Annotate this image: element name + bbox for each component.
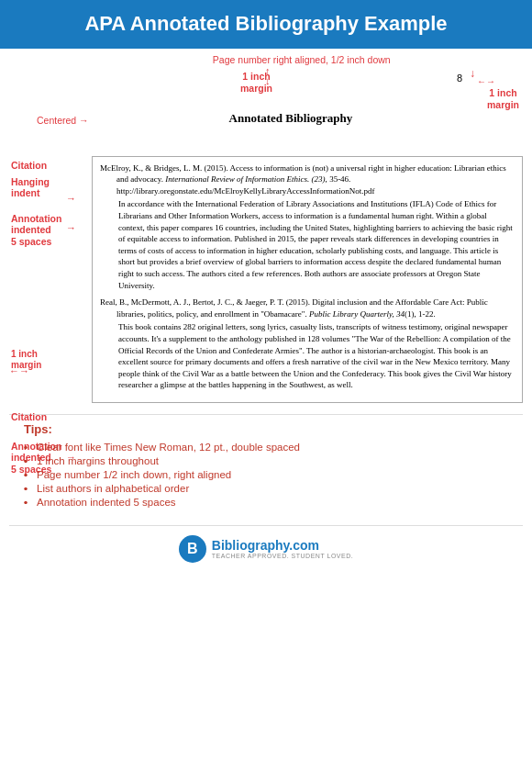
brand-tagline: TEACHER APPROVED. STUDENT LOVED. [212, 553, 353, 559]
page-number-label: Page number right aligned, 1/2 inch down [213, 54, 391, 65]
annotation-text-2: This book contains 282 original letters,… [100, 321, 515, 391]
tip-item-1: • Clear font like Times New Roman, 12 pt… [24, 442, 508, 453]
page-header: APA Annotated Bibliography Example [0, 0, 532, 49]
document-body: McElroy, K., & Bridges, L. M. (2015). Ac… [92, 156, 523, 403]
bibliography-logo: B Bibliography.com TEACHER APPROVED. STU… [179, 535, 353, 563]
right-margin-arrows: ←→ [477, 76, 495, 86]
tip-item-5: • Annotation indented 5 spaces [24, 497, 508, 508]
annot-bib-heading: Annotated Bibliography [229, 111, 353, 126]
main-content: Citation Hangingindent → Annotationinden… [0, 149, 532, 581]
bib-text-block: Bibliography.com TEACHER APPROVED. STUDE… [212, 538, 353, 559]
footer: B Bibliography.com TEACHER APPROVED. STU… [9, 525, 523, 572]
right-one-inch-label: 1 inchmargin [487, 87, 519, 112]
hanging-indent-label: Hangingindent [11, 176, 50, 199]
number-8-label: 8 [457, 73, 462, 84]
tips-title: Tips: [24, 422, 508, 436]
vertical-arrows-center: ↑↓ [265, 66, 271, 86]
page-title: APA Annotated Bibliography Example [15, 11, 517, 38]
tips-list: • Clear font like Times New Roman, 12 pt… [24, 442, 508, 508]
brand-name: Bibliography.com [212, 538, 353, 553]
tip-item-2: • 1 inch margins throughout [24, 455, 508, 466]
citation-label-2: Citation [11, 411, 47, 424]
citation-label-1: Citation [11, 160, 47, 173]
top-diagram: Page number right aligned, 1/2 inch down… [9, 52, 523, 149]
left-labels-column: Citation Hangingindent → Annotationinden… [9, 156, 92, 403]
centered-label: Centered → [37, 115, 89, 126]
bib-icon: B [179, 535, 206, 563]
tip-item-3: • Page number 1/2 inch down, right align… [24, 469, 508, 480]
citation-ref-2: Real, B., McDermott, A. J., Bertot, J. C… [100, 297, 515, 319]
inch-margin-arrows: ←→ [9, 365, 29, 376]
annotation-arrow-1: → [66, 222, 76, 233]
tips-section: Tips: • Clear font like Times New Roman,… [9, 414, 523, 518]
citation-ref-1: McElroy, K., & Bridges, L. M. (2015). Ac… [100, 162, 515, 197]
annotation-text-1: In accordance with the International Fed… [100, 198, 515, 291]
down-arrow-indicator: ↓ [470, 67, 475, 80]
citation-entry-2: Real, B., McDermott, A. J., Bertot, J. C… [100, 297, 515, 391]
citation-entry-1: McElroy, K., & Bridges, L. M. (2015). Ac… [100, 162, 515, 292]
annotation-label-1: Annotationindented5 spaces [11, 213, 61, 248]
hanging-arrow: → [66, 193, 76, 204]
tip-item-4: • List authors in alphabetical order [24, 483, 508, 494]
doc-wrapper: Citation Hangingindent → Annotationinden… [9, 156, 523, 403]
